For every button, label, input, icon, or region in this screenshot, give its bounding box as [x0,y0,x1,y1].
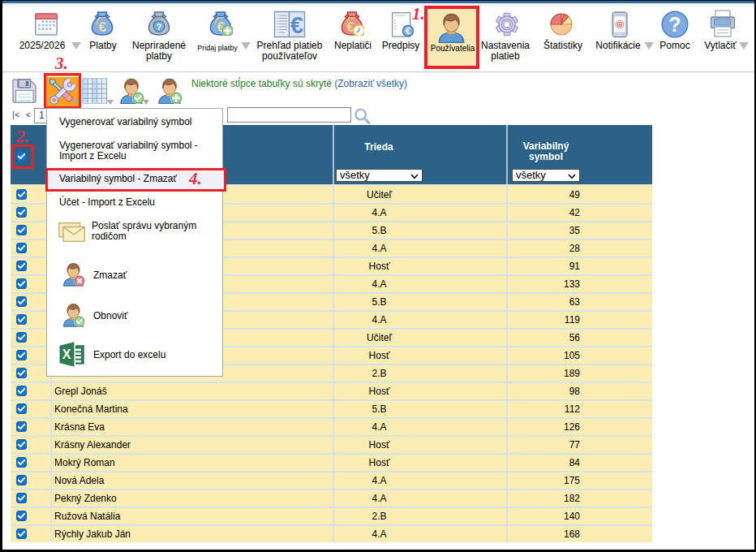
svg-text:€: € [290,12,303,38]
svg-text:?: ? [156,22,161,32]
svg-text:X: X [62,347,71,361]
svg-text:?: ? [668,13,681,36]
svg-text:€: € [406,26,410,36]
svg-text:€: € [99,19,107,35]
